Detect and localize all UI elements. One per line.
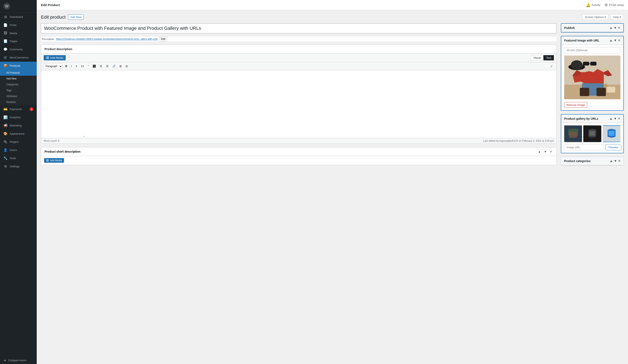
blockquote-button[interactable]: " [86, 63, 90, 69]
remove-image-button[interactable]: Remove Image [564, 102, 587, 108]
sidebar-item-tags[interactable]: Tags [0, 87, 37, 93]
sidebar-item-marketing[interactable]: 📢 Marketing [0, 121, 37, 129]
featured-image-up-button[interactable]: ▲ [609, 39, 613, 42]
svg-point-3 [571, 61, 583, 70]
sidebar-item-appearance[interactable]: 🎨 Appearance [0, 129, 37, 138]
marketing-icon: 📢 [3, 123, 7, 127]
categories-down-button[interactable]: ▼ [614, 159, 617, 163]
topbar: Edit Product 🔔 Activity ⚙ Finish setup [37, 0, 628, 10]
publish-header: Publish ▲ ▼ ✕ [561, 24, 623, 32]
format-select[interactable]: Paragraph Heading 1 Heading 2 [43, 64, 62, 69]
sidebar-item-posts[interactable]: 📄 Posts [0, 21, 37, 29]
alt-text-input[interactable] [564, 47, 621, 53]
unordered-list-button[interactable]: ≡ [74, 63, 79, 69]
svg-rect-18 [609, 131, 614, 136]
product-title-input[interactable] [41, 23, 557, 33]
text-tab[interactable]: Text [544, 55, 554, 61]
svg-rect-16 [589, 131, 595, 136]
sidebar-item-all-products[interactable]: All Products [0, 70, 37, 76]
payments-icon: 💳 [3, 107, 7, 111]
align-left-button[interactable]: ⬛ [91, 63, 98, 69]
publish-panel: Publish ▲ ▼ ✕ [561, 23, 624, 33]
all-products-label: All Products [6, 71, 20, 74]
ordered-list-button[interactable]: 1≡ [79, 63, 86, 69]
screen-options-label: Screen Options [585, 15, 604, 19]
insert-table-button[interactable]: ⊞ [118, 63, 123, 69]
featured-image-close-button[interactable]: ✕ [618, 38, 621, 42]
publish-close-button[interactable]: ✕ [618, 26, 621, 30]
sidebar-item-tools[interactable]: 🔧 Tools [0, 154, 37, 162]
short-desc-up-button[interactable]: ▲ [537, 149, 542, 154]
screen-options-button[interactable]: Screen Options ▾ [582, 14, 609, 20]
featured-image-down-button[interactable]: ▼ [614, 39, 617, 42]
publish-up-button[interactable]: ▲ [609, 26, 613, 30]
bold-button[interactable]: B [64, 63, 69, 69]
fullscreen-button[interactable]: ⤢ [549, 63, 554, 69]
sidebar-item-settings[interactable]: ⚙ Settings [0, 162, 37, 171]
sidebar-item-add-new[interactable]: Add New [0, 76, 37, 82]
align-center-button[interactable]: ☰ [98, 63, 104, 69]
gallery-down-button[interactable]: ▼ [614, 117, 617, 121]
product-categories-panel: Product categories ▲ ▼ ✕ [561, 157, 624, 165]
gallery-up-button[interactable]: ▲ [609, 117, 613, 121]
help-label: Help [613, 15, 619, 19]
sidebar-item-label: Dashboard [10, 15, 23, 18]
help-icon-button[interactable]: ? [67, 56, 71, 60]
users-icon: 👤 [3, 148, 7, 152]
gallery-thumb-3[interactable] [603, 125, 621, 142]
sidebar-item-reviews[interactable]: Reviews [0, 99, 37, 105]
gallery-grid [564, 125, 621, 142]
sidebar-item-label: Media [10, 32, 17, 35]
sidebar-item-payments[interactable]: 💳 Payments 1 [0, 105, 37, 113]
permalink-bar: Permalink: https://chivalrous-cheetah-c5… [41, 37, 557, 41]
sidebar-item-label: Appearance [10, 132, 24, 135]
add-new-button[interactable]: Add New [68, 14, 84, 20]
italic-button[interactable]: I [69, 63, 74, 69]
collapse-menu-button[interactable]: ◄ Collapse menu [0, 357, 37, 364]
sidebar-item-attributes[interactable]: Attributes [0, 93, 37, 99]
featured-image-title: Featured Image with URL [564, 39, 599, 42]
wordpress-logo: W [3, 3, 10, 10]
short-desc-close-button[interactable]: ✕ [549, 149, 553, 154]
word-count: Word count: 0 [44, 139, 59, 142]
sidebar-item-label: Comments [10, 48, 23, 51]
visual-tab[interactable]: Visual [531, 55, 544, 61]
preview-button[interactable]: Preview [605, 144, 621, 150]
sidebar-item-woocommerce[interactable]: 🛒 WooCommerce [0, 54, 37, 62]
permalink-link[interactable]: https://chivalrous-cheetah-c5fe61.instaw… [56, 38, 158, 41]
activity-button[interactable]: 🔔 Activity [586, 3, 600, 7]
sidebar-item-users[interactable]: 👤 Users [0, 146, 37, 154]
gallery-thumb-2[interactable] [583, 125, 601, 142]
short-desc-add-media-button[interactable]: 🖼 Add Media [44, 158, 64, 163]
categories-controls: ▲ ▼ ✕ [610, 159, 621, 163]
categories-close-button[interactable]: ✕ [618, 159, 621, 163]
sidebar-item-label: WooCommerce [10, 56, 29, 59]
sidebar-item-comments[interactable]: 💬 Comments [0, 45, 37, 54]
align-right-button[interactable]: ☰ [104, 63, 110, 69]
sidebar-item-pages[interactable]: 📃 Pages [0, 37, 37, 45]
insert-more-button[interactable]: ⊟ [124, 63, 130, 69]
sidebar-item-categories[interactable]: Categories [0, 82, 37, 87]
image-url-input[interactable] [564, 144, 604, 150]
product-categories-title: Product categories [564, 159, 591, 163]
permalink-edit-button[interactable]: Edit [159, 37, 167, 41]
finish-setup-button[interactable]: ⚙ Finish setup [605, 3, 624, 7]
help-button[interactable]: Help ▾ [610, 14, 624, 20]
editor-textarea[interactable] [41, 70, 85, 137]
sidebar-item-dashboard[interactable]: ⊞ Dashboard [0, 13, 37, 21]
categories-up-button[interactable]: ▲ [610, 159, 613, 163]
publish-down-button[interactable]: ▼ [614, 26, 617, 30]
link-button[interactable]: 🔗 [111, 63, 117, 69]
gallery-close-button[interactable]: ✕ [618, 117, 621, 121]
gallery-thumb-1[interactable] [564, 125, 582, 142]
short-desc-down-button[interactable]: ▼ [543, 149, 548, 154]
sidebar-item-media[interactable]: 🖼 Media [0, 29, 37, 37]
sidebar-item-products[interactable]: 📦 Products [0, 62, 37, 70]
featured-image-controls: ▲ ▼ ✕ [609, 38, 621, 42]
sidebar-item-label: Users [10, 148, 17, 152]
add-media-button[interactable]: 🖼 Add Media [44, 55, 66, 61]
sidebar-logo[interactable]: W [0, 0, 37, 13]
sidebar-item-plugins[interactable]: 🔌 Plugins [0, 138, 37, 146]
media-icon: 🖼 [3, 31, 7, 35]
sidebar-item-analytics[interactable]: 📊 Analytics [0, 113, 37, 121]
